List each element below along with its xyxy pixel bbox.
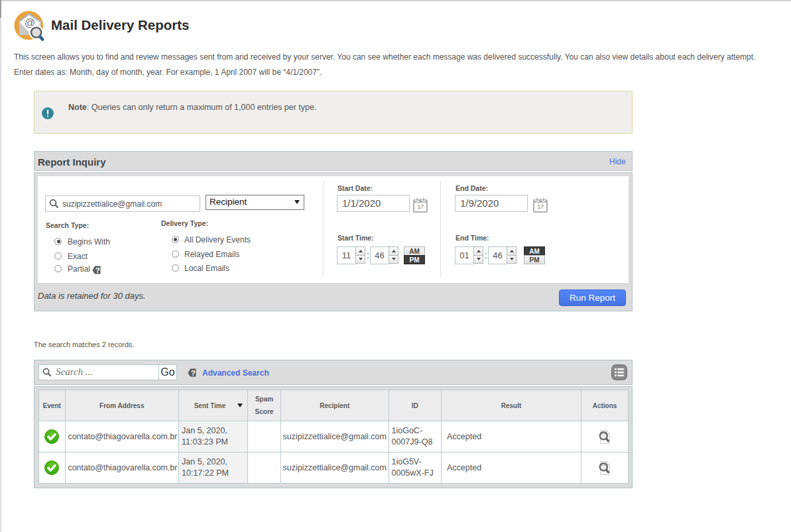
svg-text:17: 17 bbox=[537, 203, 544, 210]
svg-text:?: ? bbox=[95, 266, 100, 274]
svg-text:17: 17 bbox=[417, 203, 424, 210]
svg-text:?: ? bbox=[191, 369, 196, 377]
